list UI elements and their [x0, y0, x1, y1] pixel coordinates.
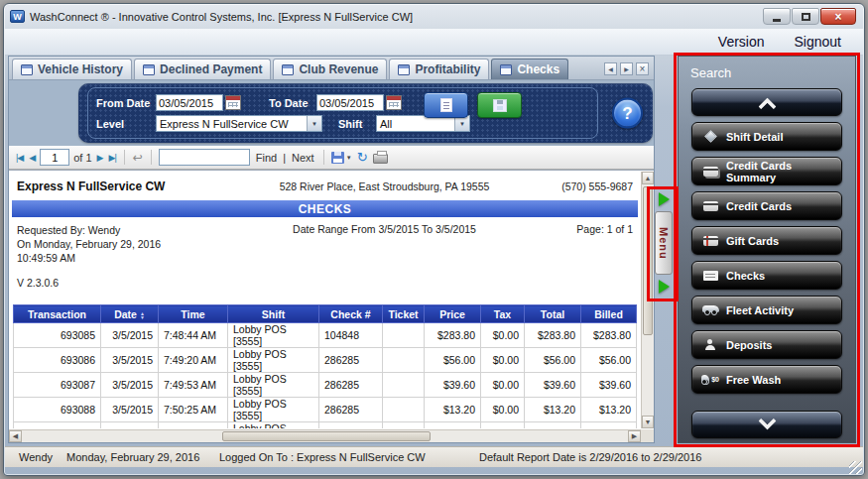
- report-area: Express N FullService CW 528 River Place…: [9, 170, 654, 442]
- resize-grip[interactable]: [849, 461, 862, 474]
- minimize-button[interactable]: [763, 8, 791, 25]
- shift-detail-icon: [701, 132, 719, 141]
- previous-page-button[interactable]: ◀: [28, 153, 36, 163]
- top-navigation: Version Signout: [718, 34, 841, 50]
- cell-time: 7:49:20 AM: [159, 348, 228, 373]
- report-tab-icon: [500, 64, 512, 75]
- report-tab-icon: [398, 64, 410, 75]
- cell-tax: $0.00: [481, 323, 525, 348]
- export-button[interactable]: ▼: [331, 152, 352, 164]
- col-date-label: Date: [114, 308, 137, 320]
- find-button[interactable]: Find: [256, 152, 277, 164]
- save-report-button[interactable]: [477, 92, 522, 118]
- sidebar-item-credit-cards[interactable]: Credit Cards: [691, 191, 842, 220]
- expand-arrow-top-icon[interactable]: [659, 192, 670, 206]
- cell-date: 3/5/2015: [101, 348, 159, 373]
- scroll-up-icon[interactable]: ▲: [642, 172, 654, 184]
- table-row: 693089 3/5/2015 7:51:15 AM Lobby POS [35…: [14, 422, 637, 429]
- title-bar: W WashConnect ® - Innovative Control Sys…: [4, 4, 864, 29]
- toolbar-separator: [124, 150, 125, 165]
- calendar-icon[interactable]: [225, 95, 241, 110]
- deposit-person-icon: [701, 339, 719, 350]
- cell-time: 7:50:25 AM: [159, 398, 228, 422]
- col-shift: Shift: [228, 305, 319, 323]
- close-button[interactable]: ×: [820, 8, 856, 25]
- menu-zone: Menu: [651, 192, 677, 294]
- last-page-button[interactable]: ▶|: [107, 153, 116, 163]
- scroll-left-icon[interactable]: ◀: [9, 430, 22, 442]
- tab-scroll-left-icon[interactable]: ◀: [604, 62, 617, 75]
- signout-link[interactable]: Signout: [795, 34, 841, 50]
- sidebar-item-checks[interactable]: Checks: [691, 261, 842, 290]
- cell-billed: $283.80: [581, 323, 637, 348]
- dropdown-arrow-icon[interactable]: ▼: [454, 116, 469, 131]
- tab-checks[interactable]: Checks: [491, 59, 568, 79]
- cell-shift: Lobby POS [3555]: [228, 422, 319, 429]
- cell-price: $56.00: [425, 348, 481, 373]
- maximize-button[interactable]: [792, 8, 819, 25]
- sidebar-item-gift-cards[interactable]: Gift Cards: [691, 226, 842, 255]
- requested-by: Requested By: Wendy: [17, 223, 245, 237]
- version-link[interactable]: Version: [718, 34, 765, 50]
- report-pane: Vehicle History Declined Payment Club Re…: [8, 56, 655, 443]
- menu-tab[interactable]: Menu: [655, 211, 673, 275]
- tab-label: Vehicle History: [38, 62, 123, 76]
- toolbar-separator: [323, 150, 324, 165]
- cell-time: 7:48:44 AM: [159, 323, 228, 348]
- calendar-icon[interactable]: [386, 95, 402, 110]
- tab-profitability[interactable]: Profitability: [389, 59, 489, 79]
- cell-billed: $39.60: [581, 373, 637, 398]
- view-report-button[interactable]: [424, 92, 468, 118]
- tab-label: Declined Payment: [160, 62, 262, 76]
- scroll-down-icon[interactable]: ▼: [642, 416, 654, 428]
- to-date-input[interactable]: [316, 94, 384, 111]
- chevron-up-icon: [758, 97, 776, 115]
- sort-icon[interactable]: ▲▼: [140, 311, 145, 319]
- first-page-button[interactable]: |◀: [15, 153, 24, 163]
- sidebar-scroll-down-button[interactable]: [691, 411, 842, 438]
- report-version: V 2.3.0.6: [17, 277, 640, 289]
- from-date-input[interactable]: [156, 94, 223, 111]
- report-meta-left: Requested By: Wendy On Monday, February …: [17, 223, 245, 265]
- scroll-right-icon[interactable]: ▶: [628, 430, 641, 442]
- level-select[interactable]: Express N FullService CW ▼: [156, 115, 322, 132]
- tab-vehicle-history[interactable]: Vehicle History: [12, 59, 132, 79]
- col-billed: Billed: [581, 305, 637, 323]
- page-number-input[interactable]: [40, 149, 69, 166]
- dropdown-arrow-icon[interactable]: ▼: [307, 116, 321, 131]
- sidebar-item-deposits[interactable]: Deposits: [691, 330, 842, 359]
- page-label: Page: 1 of 1: [524, 223, 633, 265]
- next-button[interactable]: Next: [292, 152, 314, 164]
- sidebar-item-shift-detail[interactable]: Shift Detail: [691, 122, 842, 151]
- help-button[interactable]: ?: [612, 98, 643, 129]
- shift-select-value: All: [377, 118, 454, 130]
- print-button[interactable]: [373, 151, 388, 164]
- filter-strip: From Date To Date Level Express N FullSe…: [9, 80, 654, 146]
- next-page-button[interactable]: ▶: [96, 153, 104, 163]
- table-row: 693088 3/5/2015 7:50:25 AM Lobby POS [35…: [14, 398, 637, 422]
- report-header: Express N FullService CW 528 River Place…: [17, 180, 633, 193]
- cell-total: $39.60: [525, 373, 581, 398]
- back-to-parent-button[interactable]: ↩: [132, 151, 144, 165]
- sidebar-scroll-up-button[interactable]: [691, 88, 842, 116]
- tab-close-icon[interactable]: ×: [636, 62, 649, 75]
- horizontal-scroll-thumb[interactable]: [222, 431, 431, 441]
- cell-date: 3/5/2015: [101, 373, 159, 398]
- tab-declined-payment[interactable]: Declined Payment: [134, 59, 271, 79]
- app-window: W WashConnect ® - Innovative Control Sys…: [3, 3, 865, 476]
- expand-arrow-bottom-icon[interactable]: [659, 280, 670, 294]
- sidebar-item-credit-cards-summary[interactable]: Credit Cards Summary: [691, 157, 842, 185]
- tab-scroll-right-icon[interactable]: ▶: [620, 62, 633, 75]
- refresh-button[interactable]: ↻: [356, 150, 369, 165]
- cell-ticket: [383, 398, 425, 422]
- find-text-input[interactable]: [159, 149, 250, 166]
- cell-check-number: 286285: [319, 348, 383, 373]
- col-date[interactable]: Date▲▼: [101, 305, 159, 323]
- tab-club-revenue[interactable]: Club Revenue: [273, 59, 387, 79]
- save-disk-icon: [493, 99, 507, 112]
- sidebar-item-fleet-activity[interactable]: Fleet Activity: [691, 296, 842, 324]
- sidebar-item-free-wash[interactable]: $0 Free Wash: [691, 365, 842, 394]
- printer-icon: [373, 154, 388, 164]
- table-row: 693087 3/5/2015 7:49:53 AM Lobby POS [35…: [14, 373, 637, 398]
- cell-time: 7:49:53 AM: [159, 373, 228, 398]
